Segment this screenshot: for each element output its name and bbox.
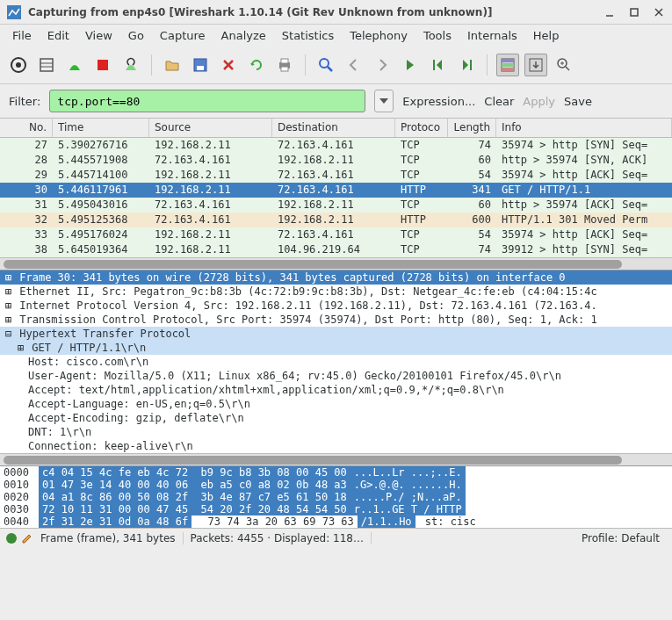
svg-point-31: [6, 533, 17, 544]
packet-details: ⊞ Frame 30: 341 bytes on wire (2728 bits…: [0, 270, 672, 465]
details-tcp[interactable]: ⊞ Transmission Control Protocol, Src Por…: [0, 313, 672, 327]
filter-dropdown[interactable]: [374, 90, 394, 112]
status-profile[interactable]: Profile: Default: [574, 532, 667, 544]
window-title: Capturing from enp4s0 [Wireshark 1.10.14…: [28, 6, 603, 18]
save-button[interactable]: Save: [564, 95, 592, 108]
svg-point-6: [16, 62, 21, 68]
menu-internals[interactable]: Internals: [460, 26, 524, 45]
packet-row[interactable]: 305.446117961192.168.2.1172.163.4.161HTT…: [0, 183, 672, 198]
details-host[interactable]: Host: cisco.com\r\n: [0, 355, 672, 369]
menu-capture[interactable]: Capture: [153, 26, 213, 45]
hex-row[interactable]: 001001 47 3e 14 40 00 40 06 eb a5 c0 a8 …: [0, 479, 672, 491]
svg-line-19: [328, 67, 332, 71]
details-get[interactable]: ⊞ GET / HTTP/1.1\r\n: [0, 341, 672, 355]
menu-statistics[interactable]: Statistics: [275, 26, 341, 45]
minimize-button[interactable]: [603, 6, 616, 18]
reload-icon[interactable]: [245, 54, 268, 76]
toolbar: [0, 46, 672, 84]
menu-go[interactable]: Go: [121, 26, 151, 45]
start-capture-icon[interactable]: [63, 54, 86, 76]
app-icon: [7, 5, 21, 19]
stop-capture-icon[interactable]: [91, 54, 114, 76]
column-protocol[interactable]: Protoco: [395, 119, 448, 137]
packet-row[interactable]: 285.44557190872.163.4.161192.168.2.11TCP…: [0, 153, 672, 168]
clear-button[interactable]: Clear: [484, 95, 514, 108]
close-button[interactable]: [653, 6, 665, 18]
details-ua[interactable]: User-Agent: Mozilla/5.0 (X11; Linux x86_…: [0, 369, 672, 383]
column-no[interactable]: No.: [0, 119, 53, 137]
menu-file[interactable]: File: [5, 26, 39, 45]
packet-row[interactable]: 315.49504301672.163.4.161192.168.2.11TCP…: [0, 198, 672, 213]
restart-capture-icon[interactable]: [119, 54, 142, 76]
options-icon[interactable]: [35, 54, 58, 76]
menu-edit[interactable]: Edit: [40, 26, 76, 45]
edit-icon[interactable]: [21, 532, 33, 544]
find-icon[interactable]: [314, 54, 337, 76]
svg-rect-23: [502, 59, 514, 62]
filter-label: Filter:: [9, 95, 40, 108]
expert-info-icon[interactable]: [5, 532, 18, 544]
packet-row[interactable]: 325.49512536872.163.4.161192.168.2.11HTT…: [0, 213, 672, 227]
details-http[interactable]: ⊟ Hypertext Transfer Protocol: [0, 327, 672, 341]
column-source[interactable]: Source: [149, 119, 272, 137]
column-info[interactable]: Info: [496, 119, 672, 137]
toolbar-separator: [487, 54, 488, 76]
packet-row[interactable]: 335.495176024192.168.2.1172.163.4.161TCP…: [0, 227, 672, 242]
zoom-in-icon[interactable]: [553, 54, 575, 76]
packet-list: No. Time Source Destination Protoco Leng…: [0, 118, 672, 270]
svg-line-28: [566, 67, 569, 70]
menu-tools[interactable]: Tools: [416, 26, 459, 45]
toolbar-separator: [151, 54, 152, 76]
interfaces-icon[interactable]: [7, 54, 30, 76]
svg-rect-12: [197, 66, 204, 70]
expression-button[interactable]: Expression...: [402, 95, 475, 108]
colorize-icon[interactable]: [496, 54, 519, 76]
packet-list-header: No. Time Source Destination Protoco Leng…: [0, 119, 672, 138]
print-icon[interactable]: [273, 54, 296, 76]
details-ethernet[interactable]: ⊞ Ethernet II, Src: Pegatron_9c:b8:3b (4…: [0, 285, 672, 299]
packet-row[interactable]: 275.390276716192.168.2.1172.163.4.161TCP…: [0, 138, 672, 153]
go-forward-icon[interactable]: [371, 54, 394, 76]
svg-rect-2: [631, 9, 638, 16]
status-packets: Packets: 4455 · Displayed: 118…: [184, 532, 372, 544]
packet-row[interactable]: 295.445714100192.168.2.1172.163.4.161TCP…: [0, 168, 672, 183]
go-back-icon[interactable]: [343, 54, 365, 76]
hex-row[interactable]: 003072 10 11 31 00 00 47 45 54 20 2f 20 …: [0, 503, 672, 515]
go-last-icon[interactable]: [455, 54, 478, 76]
menu-help[interactable]: Help: [526, 26, 567, 45]
details-enc[interactable]: Accept-Encoding: gzip, deflate\r\n: [0, 411, 672, 425]
details-scrollbar[interactable]: [0, 453, 672, 465]
go-to-packet-icon[interactable]: [399, 54, 422, 76]
menubar: File Edit View Go Capture Analyze Statis…: [0, 25, 672, 46]
titlebar: Capturing from enp4s0 [Wireshark 1.10.14…: [0, 0, 672, 25]
packet-row[interactable]: 385.645019364192.168.2.11104.96.219.64TC…: [0, 242, 672, 257]
maximize-button[interactable]: [628, 6, 640, 18]
open-file-icon[interactable]: [161, 54, 184, 76]
column-destination[interactable]: Destination: [272, 119, 395, 137]
filter-bar: Filter: Expression... Clear Apply Save: [0, 84, 672, 118]
autoscroll-icon[interactable]: [524, 54, 547, 76]
menu-analyze[interactable]: Analyze: [214, 26, 273, 45]
filter-input[interactable]: [49, 90, 365, 112]
apply-button[interactable]: Apply: [523, 95, 555, 108]
details-lang[interactable]: Accept-Language: en-US,en;q=0.5\r\n: [0, 397, 672, 411]
details-frame[interactable]: ⊞ Frame 30: 341 bytes on wire (2728 bits…: [0, 270, 672, 285]
details-ip[interactable]: ⊞ Internet Protocol Version 4, Src: 192.…: [0, 299, 672, 313]
menu-telephony[interactable]: Telephony: [343, 26, 415, 45]
svg-rect-25: [502, 68, 514, 71]
column-length[interactable]: Length: [448, 119, 496, 137]
toolbar-separator: [305, 54, 306, 76]
hex-row[interactable]: 002004 a1 8c 86 00 50 08 2f 3b 4e 87 c7 …: [0, 491, 672, 503]
column-time[interactable]: Time: [53, 119, 149, 137]
packet-scrollbar[interactable]: [0, 257, 672, 270]
hex-row[interactable]: 00402f 31 2e 31 0d 0a 48 6f 73 74 3a 20 …: [0, 515, 672, 528]
menu-view[interactable]: View: [78, 26, 119, 45]
details-dnt[interactable]: DNT: 1\r\n: [0, 425, 672, 439]
go-first-icon[interactable]: [427, 54, 450, 76]
close-file-icon[interactable]: [217, 54, 240, 76]
details-conn[interactable]: Connection: keep-alive\r\n: [0, 439, 672, 453]
hex-row[interactable]: 0000c4 04 15 4c fe eb 4c 72 b9 9c b8 3b …: [0, 466, 672, 479]
details-accept[interactable]: Accept: text/html,application/xhtml+xml,…: [0, 383, 672, 397]
svg-point-18: [320, 59, 329, 68]
save-icon[interactable]: [189, 54, 212, 76]
